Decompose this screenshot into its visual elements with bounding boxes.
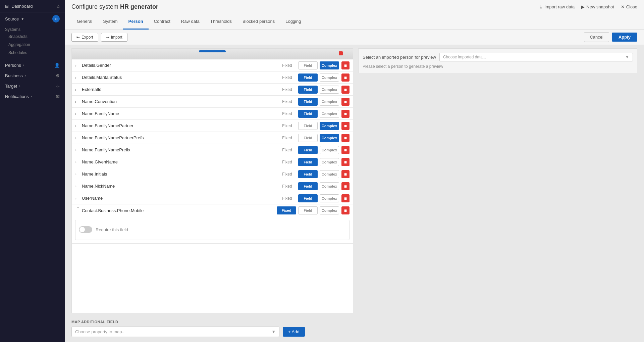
field-name: Name.FamilyNamePrefix [82,147,277,152]
field-button[interactable]: Field [298,206,318,214]
field-button[interactable]: Field [298,134,318,142]
export-button[interactable]: ⇤ Export [71,33,98,42]
tab-logging[interactable]: Logging [280,14,306,30]
tab-system[interactable]: System [98,14,123,30]
expand-icon[interactable]: › [75,148,82,152]
target-icon: ⊹ [56,84,60,89]
tab-raw-data[interactable]: Raw data [176,14,205,30]
delete-button[interactable]: ■ [341,122,350,130]
table-row: › Name.FamilyNamePartner Fixed Field Com… [72,120,353,132]
complex-button[interactable]: Complex [320,86,339,94]
field-button[interactable]: Field [298,146,318,154]
field-button[interactable]: Field [298,110,318,118]
field-button[interactable]: Field [298,86,318,94]
complex-button[interactable]: Complex [320,146,339,154]
cancel-button[interactable]: Cancel [584,32,609,42]
delete-button[interactable]: ■ [341,170,350,178]
sidebar-item-persons[interactable]: Persons › 👤 [0,60,65,70]
expand-icon[interactable]: › [75,196,82,200]
toolbar-left: ⇤ Export ⇥ Import [71,33,127,42]
delete-button[interactable]: ■ [341,146,350,154]
fixed-button[interactable]: Fixed [277,206,296,214]
delete-button[interactable]: ■ [341,74,350,82]
expand-icon[interactable]: › [76,207,80,214]
tab-blocked-persons[interactable]: Blocked persons [237,14,280,30]
header-actions: ⤓ Import raw data ▶ New snapshot ✕ Close [539,4,637,9]
tab-general[interactable]: General [71,14,98,30]
delete-button[interactable]: ■ [341,86,350,94]
field-button[interactable]: Field [298,182,318,190]
complex-button[interactable]: Complex [320,206,339,214]
import-button[interactable]: ⇥ Import [101,33,127,42]
table-scroll-header [72,49,353,59]
sidebar-item-snapshots[interactable]: Snapshots [0,33,65,41]
property-dropdown[interactable]: Choose property to map... ▼ [71,327,279,337]
field-button[interactable]: Field [298,74,318,82]
table-row: › Name.FamilyNamePrefix Fixed Field Comp… [72,144,353,156]
delete-button[interactable]: ■ [341,158,350,166]
delete-button[interactable]: ■ [341,98,350,106]
apply-button[interactable]: Apply [612,33,637,42]
complex-button[interactable]: Complex [320,61,339,69]
import-raw-data-button[interactable]: ⤓ Import raw data [539,4,575,9]
field-button[interactable]: Field [298,61,318,69]
table-row: › Name.Convention Fixed Field Complex ■ [72,96,353,108]
delete-button[interactable]: ■ [341,110,350,118]
right-panel: Select an imported person for preview Ch… [358,48,637,313]
imported-data-dropdown[interactable]: Choose imported data... ▼ [439,53,633,61]
table-row: › Name.Initials Fixed Field Complex ■ [72,168,353,180]
tab-contract[interactable]: Contract [149,14,176,30]
notifications-icon: ✉ [56,94,60,99]
complex-button[interactable]: Complex [320,122,339,130]
field-name: Name.FamilyNamePartner [82,123,277,128]
expand-icon[interactable]: › [75,184,82,188]
expand-icon[interactable]: › [75,136,82,140]
complex-button[interactable]: Complex [320,158,339,166]
delete-button[interactable]: ■ [341,182,350,190]
delete-button[interactable]: ■ [341,194,350,202]
field-button[interactable]: Field [298,194,318,202]
expand-icon[interactable]: › [75,160,82,164]
sidebar-item-business[interactable]: Business › ⚙ [0,70,65,81]
delete-button[interactable]: ■ [341,206,350,214]
tab-thresholds[interactable]: Thresholds [205,14,237,30]
complex-button[interactable]: Complex [320,110,339,118]
expand-icon[interactable]: › [75,63,82,67]
complex-button[interactable]: Complex [320,98,339,106]
expand-icon[interactable]: › [75,124,82,128]
sidebar-source[interactable]: Source ▼ ⊕ [0,12,65,25]
expand-icon[interactable]: › [75,112,82,116]
sidebar-dashboard[interactable]: ⊞ Dashboard ⌂ [0,0,65,12]
expand-icon[interactable]: › [75,88,82,92]
action-toolbar: ⇤ Export ⇥ Import Cancel Apply [65,30,644,45]
map-additional-label: MAP ADDITIONAL FIELD [71,320,637,324]
complex-button[interactable]: Complex [320,170,339,178]
sidebar-item-target[interactable]: Target › ⊹ [0,81,65,91]
expand-icon[interactable]: › [75,172,82,176]
tab-person[interactable]: Person [123,14,149,30]
sidebar-item-notifications[interactable]: Notifications › ✉ [0,91,65,102]
delete-button[interactable]: ■ [341,134,350,142]
require-toggle[interactable] [79,226,92,233]
complex-button[interactable]: Complex [320,74,339,82]
complex-button[interactable]: Complex [320,134,339,142]
expand-icon[interactable]: › [75,100,82,104]
sidebar-item-aggregation[interactable]: Aggregation [0,41,65,49]
delete-button[interactable]: ■ [341,61,350,69]
field-button[interactable]: Field [298,170,318,178]
expanded-row-content: Require this field [72,216,353,244]
field-button[interactable]: Field [298,122,318,130]
field-button[interactable]: Field [298,98,318,106]
complex-button[interactable]: Complex [320,182,339,190]
sidebar-item-schedules[interactable]: Schedules [0,49,65,57]
add-button[interactable]: + Add [283,327,305,337]
complex-button[interactable]: Complex [320,194,339,202]
close-button[interactable]: ✕ Close [621,4,637,9]
field-button[interactable]: Field [298,158,318,166]
fixed-label: Fixed [277,75,297,80]
new-snapshot-button[interactable]: ▶ New snapshot [581,4,614,9]
dropdown-arrow2: ▼ [271,329,276,334]
chevron-right-icon3: › [19,84,20,88]
business-label: Business [5,73,23,78]
expand-icon[interactable]: › [75,76,82,80]
